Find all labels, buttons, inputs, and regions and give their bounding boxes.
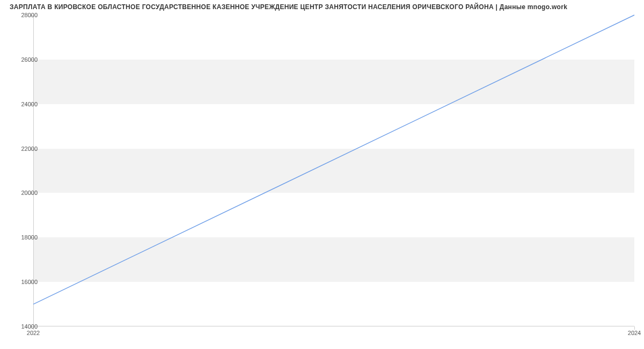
x-tick-label: 2024: [628, 330, 641, 336]
y-tick-label: 22000: [11, 146, 38, 152]
y-tick-label: 14000: [11, 323, 38, 330]
y-tick-label: 18000: [11, 234, 38, 241]
plot-area: [33, 15, 634, 326]
y-tick-label: 28000: [11, 12, 38, 18]
y-tick-label: 26000: [11, 56, 38, 63]
y-tick-label: 24000: [11, 101, 38, 107]
y-tick-label: 20000: [11, 190, 38, 196]
salary-line-chart: ЗАРПЛАТА В КИРОВСКОЕ ОБЛАСТНОЕ ГОСУДАРСТ…: [0, 0, 644, 338]
chart-title: ЗАРПЛАТА В КИРОВСКОЕ ОБЛАСТНОЕ ГОСУДАРСТ…: [10, 3, 567, 11]
x-tick-label: 2022: [27, 330, 40, 336]
y-tick-label: 16000: [11, 279, 38, 285]
salary-line: [33, 15, 634, 326]
